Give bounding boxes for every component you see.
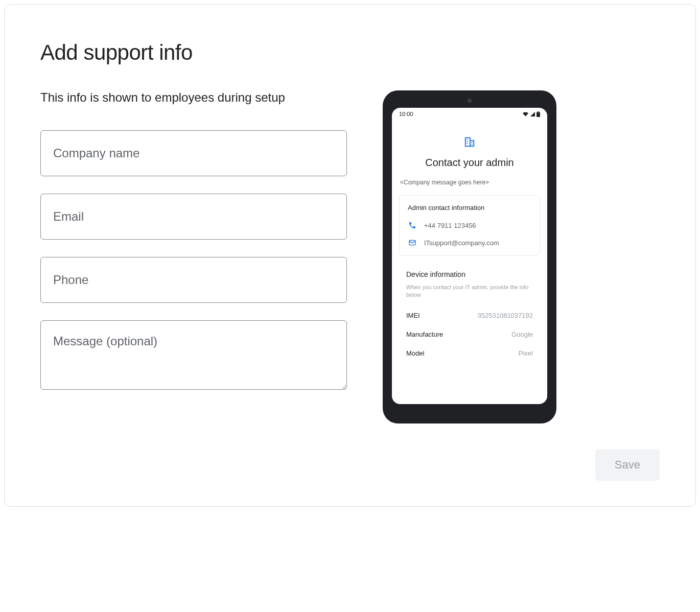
- form-column: This info is shown to employees during s…: [40, 90, 347, 409]
- device-label: Model: [406, 349, 424, 357]
- admin-contact-card: Admin contact information +44 7911 12345…: [399, 195, 540, 256]
- device-row-imei: IMEI 352531081037192: [399, 312, 540, 319]
- page-subtitle: This info is shown to employees during s…: [40, 90, 347, 105]
- contact-email-row: ITsupport@company.com: [408, 238, 531, 247]
- phone-input[interactable]: [40, 257, 347, 303]
- device-value: Pixel: [519, 349, 533, 357]
- page-title: Add support info: [40, 40, 660, 65]
- phone-heading: Contact your admin: [399, 157, 540, 169]
- mail-icon: [408, 238, 417, 247]
- phone-status-bar: 10:00: [392, 108, 547, 117]
- device-label: IMEI: [406, 312, 420, 319]
- device-row-manufacture: Manufacture Google: [399, 331, 540, 338]
- support-info-card: Add support info This info is shown to e…: [4, 4, 696, 507]
- battery-icon: [536, 111, 540, 117]
- phone-content: Contact your admin <Company message goes…: [392, 117, 547, 379]
- contact-card-title: Admin contact information: [408, 204, 531, 211]
- actions-row: Save: [40, 449, 660, 481]
- phone-screen: 10:00: [392, 108, 547, 404]
- save-button[interactable]: Save: [595, 449, 660, 481]
- phone-frame: 10:00: [383, 90, 556, 423]
- svg-rect-0: [536, 112, 540, 117]
- signal-icon: [530, 111, 535, 117]
- company-name-input[interactable]: [40, 130, 347, 176]
- phone-icon: [408, 221, 417, 230]
- device-value: Google: [511, 331, 533, 338]
- content-row: This info is shown to employees during s…: [40, 90, 660, 423]
- building-icon-wrap: [399, 136, 540, 150]
- device-section-title: Device information: [399, 270, 540, 278]
- device-value: 352531081037192: [478, 312, 533, 319]
- svg-rect-2: [465, 138, 470, 147]
- status-time: 10:00: [399, 111, 413, 117]
- svg-rect-3: [470, 140, 474, 146]
- preview-column: 10:00: [383, 90, 556, 423]
- contact-email-text: ITsupport@company.com: [424, 239, 499, 247]
- status-icons: [522, 111, 540, 117]
- svg-rect-1: [538, 111, 539, 112]
- building-icon: [464, 136, 475, 148]
- contact-phone-text: +44 7911 123456: [424, 222, 476, 229]
- contact-phone-row: +44 7911 123456: [408, 221, 531, 230]
- message-textarea[interactable]: [40, 320, 347, 390]
- wifi-icon: [522, 111, 529, 117]
- device-label: Manufacture: [406, 331, 443, 338]
- email-input[interactable]: [40, 194, 347, 240]
- device-row-model: Model Pixel: [399, 349, 540, 357]
- device-hint: When you contact your IT admin, provide …: [399, 284, 540, 299]
- phone-camera-dot: [468, 99, 472, 103]
- phone-company-message: <Company message goes here>: [399, 179, 540, 186]
